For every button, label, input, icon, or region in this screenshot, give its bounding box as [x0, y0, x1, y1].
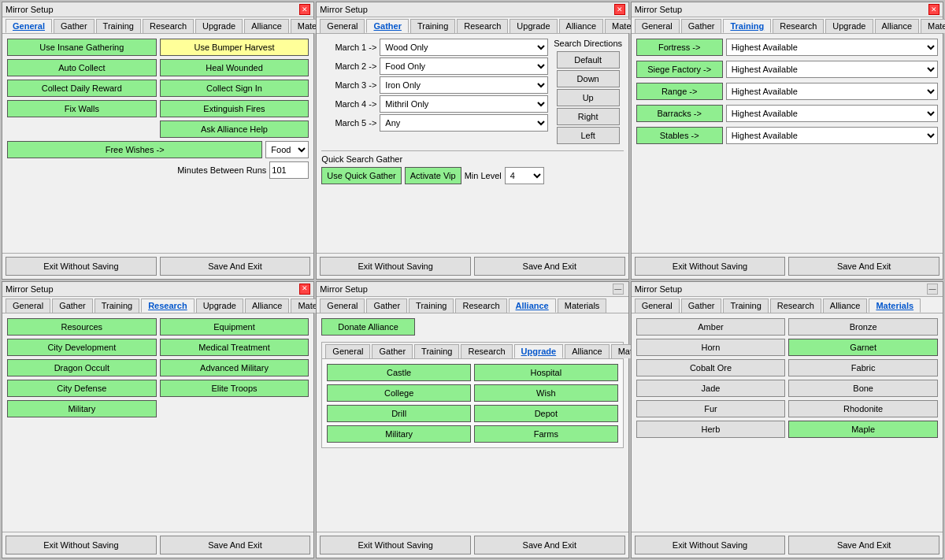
bottom-left-close-btn[interactable]: ✕ [299, 284, 310, 295]
min-level-select[interactable]: 123456 [505, 167, 544, 184]
tab-training-br[interactable]: Training [723, 299, 768, 313]
direction-up-btn[interactable]: Up [557, 89, 620, 106]
fortress-btn[interactable]: Fortress -> [636, 39, 723, 56]
tab-alliance-tr[interactable]: Alliance [875, 19, 920, 33]
tab-gather-bms[interactable]: Gather [372, 344, 413, 358]
tab-general-bms[interactable]: General [325, 344, 370, 358]
use-insane-gathering-btn[interactable]: Use Insane Gathering [7, 39, 157, 56]
use-bumper-harvest-btn[interactable]: Use Bumper Harvest [160, 39, 309, 56]
tab-training-bm[interactable]: Training [409, 299, 454, 313]
tab-upgrade-tl[interactable]: Upgrade [195, 19, 243, 33]
direction-default-btn[interactable]: Default [557, 51, 620, 69]
amber-btn[interactable]: Amber [636, 318, 786, 336]
college-btn[interactable]: College [327, 384, 471, 402]
horn-btn[interactable]: Horn [636, 339, 786, 356]
tab-upgrade-bl[interactable]: Upgrade [196, 299, 243, 313]
drill-btn[interactable]: Drill [327, 405, 471, 422]
bottom-middle-minimize-btn[interactable]: — [613, 284, 624, 295]
siege-factory-select[interactable]: Highest AvailableTier 1Tier 2 [726, 61, 938, 78]
rhodonite-btn[interactable]: Rhodonite [788, 400, 938, 417]
ask-alliance-help-btn[interactable]: Ask Alliance Help [160, 121, 309, 138]
march1-select[interactable]: Wood OnlyFood OnlyIron OnlyMithril OnlyA… [380, 39, 547, 56]
medical-treatment-btn[interactable]: Medical Treatment [160, 339, 309, 356]
fortress-select[interactable]: Highest AvailableTier 1Tier 2 [726, 39, 938, 56]
donate-alliance-btn[interactable]: Donate Alliance [321, 318, 414, 336]
tab-research-br[interactable]: Research [770, 299, 821, 313]
bottom-right-minimize-btn[interactable]: — [927, 284, 938, 295]
save-and-exit-tl[interactable]: Save And Exit [160, 257, 311, 276]
tab-gather-bl[interactable]: Gather [52, 299, 93, 313]
tab-gather-tm[interactable]: Gather [366, 19, 408, 33]
save-and-exit-br[interactable]: Save And Exit [788, 536, 939, 554]
exit-without-saving-tm[interactable]: Exit Without Saving [320, 257, 471, 276]
tab-alliance-bl[interactable]: Alliance [245, 299, 290, 313]
barracks-btn[interactable]: Barracks -> [636, 105, 723, 122]
exit-without-saving-tr[interactable]: Exit Without Saving [635, 257, 786, 276]
exit-without-saving-tl[interactable]: Exit Without Saving [6, 257, 157, 276]
depot-btn[interactable]: Depot [474, 405, 618, 422]
save-and-exit-tr[interactable]: Save And Exit [788, 257, 939, 276]
minutes-input[interactable] [269, 161, 309, 179]
tab-training-tl[interactable]: Training [96, 19, 141, 33]
extinguish-fires-btn[interactable]: Extinguish Fires [160, 100, 309, 117]
top-left-close-btn[interactable]: ✕ [299, 4, 310, 15]
wish-btn[interactable]: Wish [474, 384, 618, 402]
tab-gather-tl[interactable]: Gather [54, 19, 94, 33]
tab-materials-br[interactable]: Materials [869, 299, 921, 313]
dragon-occult-btn[interactable]: Dragon Occult [7, 359, 157, 376]
fabric-btn[interactable]: Fabric [788, 359, 938, 376]
cobalt-ore-btn[interactable]: Cobalt Ore [636, 359, 786, 376]
collect-daily-reward-btn[interactable]: Collect Daily Reward [7, 80, 157, 97]
tab-general-tl[interactable]: General [6, 19, 52, 33]
march5-select[interactable]: Wood OnlyFood OnlyIron OnlyMithril OnlyA… [380, 114, 547, 132]
tab-alliance-br[interactable]: Alliance [823, 299, 868, 313]
garnet-btn[interactable]: Garnet [788, 339, 938, 356]
tab-research-bms[interactable]: Research [461, 344, 512, 358]
maple-btn[interactable]: Maple [788, 421, 938, 438]
tab-alliance-bms[interactable]: Alliance [565, 344, 610, 358]
bronze-btn[interactable]: Bronze [788, 318, 938, 336]
tab-gather-br[interactable]: Gather [681, 299, 722, 313]
tab-general-tm[interactable]: General [320, 19, 365, 33]
direction-right-btn[interactable]: Right [557, 108, 620, 125]
tab-general-bl[interactable]: General [6, 299, 50, 313]
barracks-select[interactable]: Highest AvailableTier 1Tier 2 [726, 105, 938, 122]
tab-research-tl[interactable]: Research [143, 19, 194, 33]
exit-without-saving-bm[interactable]: Exit Without Saving [320, 536, 471, 554]
save-and-exit-bm[interactable]: Save And Exit [474, 536, 625, 554]
march4-select[interactable]: Wood OnlyFood OnlyIron OnlyMithril OnlyA… [380, 95, 547, 113]
tab-upgrade-tr[interactable]: Upgrade [825, 19, 873, 33]
tab-research-tm[interactable]: Research [457, 19, 508, 33]
march2-select[interactable]: Wood OnlyFood OnlyIron OnlyMithril OnlyA… [380, 57, 547, 75]
tab-gather-bm[interactable]: Gather [366, 299, 407, 313]
range-btn[interactable]: Range -> [636, 83, 723, 100]
military-btn[interactable]: Military [7, 400, 157, 417]
fur-btn[interactable]: Fur [636, 400, 786, 417]
tab-general-br[interactable]: General [635, 299, 680, 313]
bone-btn[interactable]: Bone [788, 380, 938, 397]
tab-alliance-tl[interactable]: Alliance [244, 19, 289, 33]
city-defense-btn[interactable]: City Defense [7, 380, 157, 397]
top-middle-close-btn[interactable]: ✕ [614, 4, 625, 15]
tab-general-tr[interactable]: General [635, 19, 680, 33]
auto-collect-btn[interactable]: Auto Collect [7, 59, 157, 76]
exit-without-saving-br[interactable]: Exit Without Saving [635, 536, 786, 554]
tab-materials-tr[interactable]: Materials [921, 19, 945, 33]
tab-materials-bm[interactable]: Materials [558, 299, 607, 313]
use-quick-gather-btn[interactable]: Use Quick Gather [321, 167, 401, 184]
tab-research-bm[interactable]: Research [455, 299, 506, 313]
tab-gather-tr[interactable]: Gather [681, 19, 722, 33]
jade-btn[interactable]: Jade [636, 380, 786, 397]
tab-training-tr[interactable]: Training [723, 19, 771, 33]
equipment-btn[interactable]: Equipment [160, 318, 309, 336]
top-right-close-btn[interactable]: ✕ [928, 4, 939, 15]
direction-down-btn[interactable]: Down [557, 70, 620, 87]
tab-alliance-bm[interactable]: Alliance [509, 299, 556, 313]
free-wishes-select[interactable]: Food Wood Iron Gold [265, 141, 309, 158]
castle-btn[interactable]: Castle [327, 364, 471, 381]
military-upgrade-btn[interactable]: Military [327, 425, 471, 443]
activate-vip-btn[interactable]: Activate Vip [405, 167, 461, 184]
march3-select[interactable]: Wood OnlyFood OnlyIron OnlyMithril OnlyA… [380, 76, 547, 94]
siege-factory-btn[interactable]: Siege Factory -> [636, 61, 723, 78]
tab-research-bl[interactable]: Research [141, 299, 195, 313]
